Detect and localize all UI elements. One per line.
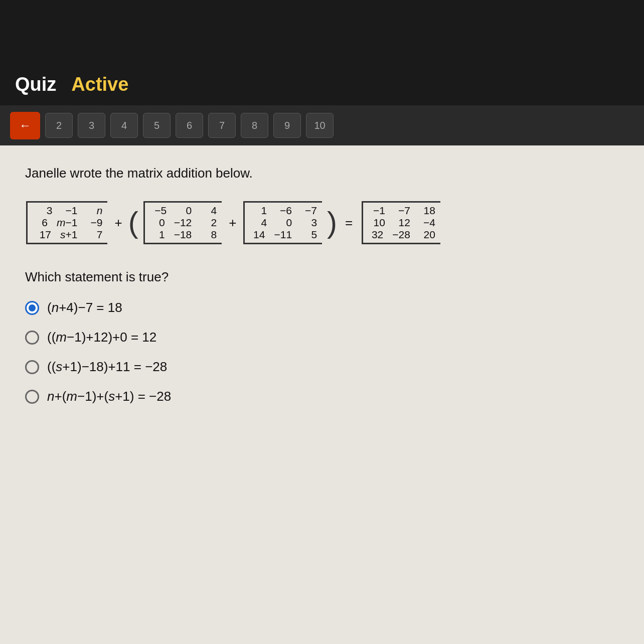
nav-num-6[interactable]: 6: [176, 113, 203, 138]
nav-num-4[interactable]: 4: [110, 113, 138, 138]
content-area: Janelle wrote the matrix addition below.…: [0, 145, 644, 644]
quiz-title: Quiz: [15, 74, 56, 95]
option-1[interactable]: (n+4)−7 = 18: [25, 300, 619, 315]
option-2[interactable]: ((m−1)+12)+0 = 12: [25, 330, 619, 345]
radio-4[interactable]: [25, 390, 39, 404]
option-3[interactable]: ((s+1)−18)+11 = −28: [25, 359, 619, 375]
option-1-text: (n+4)−7 = 18: [47, 300, 122, 315]
nav-num-7[interactable]: 7: [208, 113, 236, 138]
nav-num-10[interactable]: 10: [306, 113, 334, 138]
option-3-text: ((s+1)−18)+11 = −28: [47, 359, 167, 375]
question-intro: Janelle wrote the matrix addition below.: [25, 166, 619, 181]
matrix-b: −504 0−122 1−188: [143, 201, 222, 244]
matrix-equation: 3−1n 6m−1−9 17s+17 + ( −504 0−122 1−188 …: [25, 201, 619, 244]
radio-2[interactable]: [25, 331, 39, 345]
nav-num-2[interactable]: 2: [45, 113, 73, 138]
answer-options: (n+4)−7 = 18 ((m−1)+12)+0 = 12 ((s+1)−18…: [25, 300, 619, 404]
which-statement-prompt: Which statement is true?: [25, 269, 619, 285]
nav-num-8[interactable]: 8: [241, 113, 268, 138]
option-4[interactable]: n+(m−1)+(s+1) = −28: [25, 389, 619, 404]
radio-3[interactable]: [25, 360, 39, 374]
radio-1[interactable]: [25, 301, 39, 315]
matrix-a: 3−1n 6m−1−9 17s+17: [26, 201, 107, 244]
matrix-result: −1−718 1012−4 32−2820: [362, 201, 440, 244]
nav-num-9[interactable]: 9: [273, 113, 301, 138]
active-status: Active: [71, 74, 128, 95]
plus-op-1: +: [114, 215, 122, 231]
navigation-bar: ← 2 3 4 5 6 7 8 9 10: [0, 105, 644, 145]
matrix-c: 1−6−7 403 14−115: [243, 201, 322, 244]
equals-sign: =: [345, 215, 353, 231]
plus-op-2: +: [229, 215, 236, 231]
option-2-text: ((m−1)+12)+0 = 12: [47, 330, 156, 345]
nav-num-3[interactable]: 3: [78, 113, 105, 138]
back-button[interactable]: ←: [10, 112, 40, 139]
option-4-text: n+(m−1)+(s+1) = −28: [47, 389, 171, 404]
nav-num-5[interactable]: 5: [143, 113, 171, 138]
